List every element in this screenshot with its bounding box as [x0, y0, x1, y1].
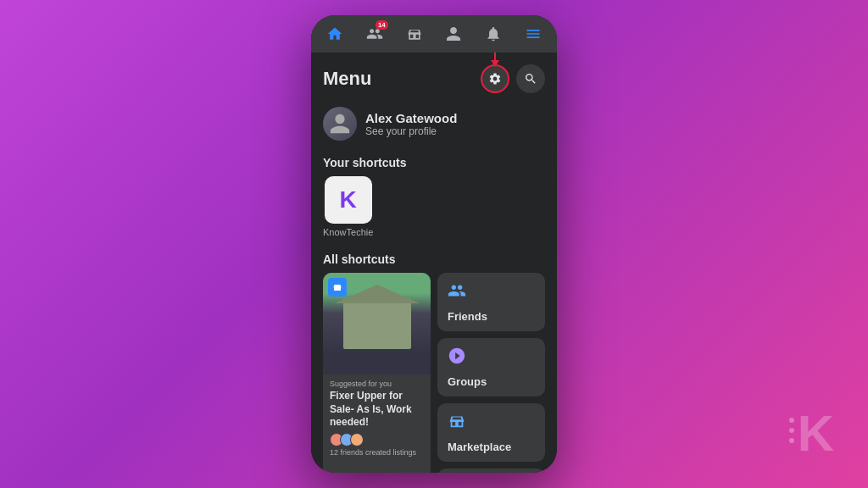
marketplace-nav-icon[interactable] [401, 20, 428, 47]
marketplace-tile-label: Marketplace [448, 441, 535, 453]
menu-header: Menu [311, 53, 557, 102]
shortcut-knowtechie-thumb: K [325, 176, 372, 224]
friends-nav-icon[interactable]: 14 [361, 20, 388, 47]
suggested-label: Suggested for you [330, 380, 424, 388]
k-logo: K [340, 186, 357, 214]
red-arrow [494, 53, 496, 62]
notifications-nav-icon[interactable] [480, 20, 507, 47]
groups-tile-label: Groups [448, 375, 535, 388]
hamburger-nav-icon[interactable] [520, 20, 547, 47]
friend-avatars [330, 433, 364, 446]
profile-sub: See your profile [365, 125, 545, 137]
background-logo: K [789, 404, 834, 463]
profile-info: Alex Gatewood See your profile [365, 111, 545, 137]
friends-text: 12 friends created listings [330, 448, 424, 458]
friends-badge: 14 [376, 20, 388, 30]
listing-image [323, 273, 431, 374]
marketplace-listing-card[interactable]: Suggested for you Fixer Upper for Sale- … [323, 273, 431, 473]
search-button[interactable] [516, 64, 545, 93]
profile-name: Alex Gatewood [365, 111, 545, 125]
avatar [323, 107, 357, 141]
your-shortcuts-label: Your shortcuts [311, 152, 557, 176]
listing-card-body: Suggested for you Fixer Upper for Sale- … [323, 374, 431, 464]
shortcut-knowtechie[interactable]: K KnowTechie [323, 176, 373, 237]
friends-tile-label: Friends [448, 310, 535, 323]
menu-title: Menu [323, 68, 371, 90]
menu-content: Menu [311, 53, 557, 473]
settings-button[interactable] [481, 64, 509, 93]
profile-section[interactable]: Alex Gatewood See your profile [311, 102, 557, 152]
videos-watch-tile[interactable]: Videos on Watch 9+ new videos [437, 469, 545, 473]
marketplace-tile[interactable]: Marketplace [437, 403, 545, 462]
right-shortcuts-col: Friends Groups Marketplace [437, 273, 545, 473]
marketplace-tile-icon-overlay [328, 278, 347, 297]
listing-title: Fixer Upper for Sale- As Is, Work needed… [330, 390, 424, 430]
top-nav-bar: 14 [311, 15, 557, 53]
shortcuts-grid: Suggested for you Fixer Upper for Sale- … [311, 273, 557, 473]
groups-tile[interactable]: Groups [437, 338, 545, 396]
friends-row [330, 433, 424, 446]
shortcut-knowtechie-label: KnowTechie [323, 227, 373, 237]
all-shortcuts-label: All shortcuts [311, 249, 557, 273]
friends-tile[interactable]: Friends [437, 273, 545, 331]
your-shortcuts-row: K KnowTechie [311, 176, 557, 249]
profile-nav-icon[interactable] [440, 20, 467, 47]
groups-tile-icon [448, 347, 535, 370]
background: K 14 [0, 0, 868, 488]
marketplace-tile-icon [448, 412, 535, 435]
friends-tile-icon [448, 281, 535, 305]
menu-actions [481, 64, 545, 93]
phone-frame: 14 Menu [311, 15, 557, 473]
home-nav-icon[interactable] [321, 20, 348, 47]
